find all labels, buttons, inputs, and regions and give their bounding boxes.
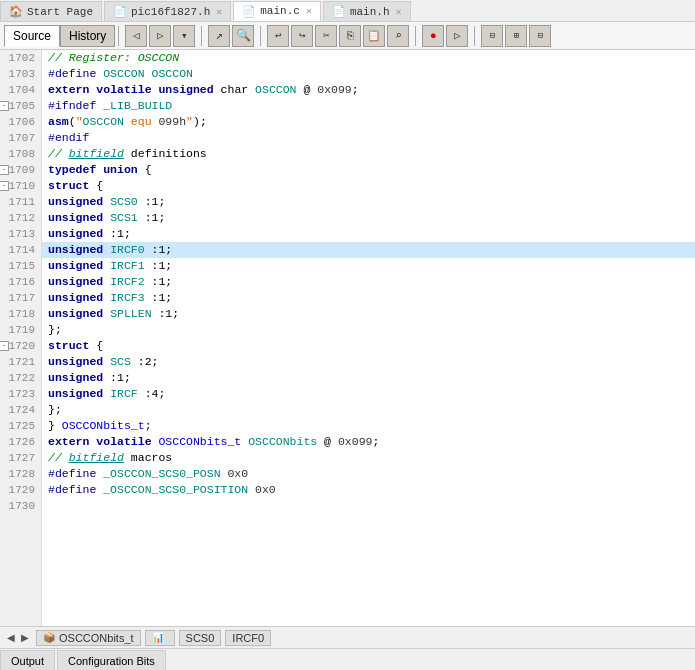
line-num-1725: 1725 [0, 418, 41, 434]
expand-btn-1705[interactable]: - [0, 101, 9, 111]
line-num-1726: 1726 [0, 434, 41, 450]
status-nav-left[interactable]: ◀ [4, 630, 18, 646]
source-button[interactable]: Source [4, 25, 60, 47]
code-line-1729: #define _OSCCON_SCS0_POSITION 0x0 [42, 482, 695, 498]
line-num-1707: 1707 [0, 130, 41, 146]
toolbar-split-btn[interactable]: ⊟ [529, 25, 551, 47]
code-line-1707: #endif [42, 130, 695, 146]
line-num-1729: 1729 [0, 482, 41, 498]
code-line-1712: unsigned SCS1 :1; [42, 210, 695, 226]
toolbar-rows-btn[interactable]: ⊞ [505, 25, 527, 47]
code-line-1710: struct { [42, 178, 695, 194]
toolbar-sep-4 [415, 26, 416, 46]
toolbar-search-btn[interactable]: 🔍 [232, 25, 254, 47]
toolbar-menu-btn[interactable]: ▾ [173, 25, 195, 47]
mainc-icon: 📄 [242, 5, 256, 18]
line-num-1721: 1721 [0, 354, 41, 370]
tab-start-page[interactable]: 🏠 Start Page [0, 1, 102, 21]
code-line-1716: unsigned IRCF2 :1; [42, 274, 695, 290]
osccbits-label: OSCCONbits_t [59, 632, 134, 644]
code-line-1722: unsigned :1; [42, 370, 695, 386]
bottom-tab-output[interactable]: Output [0, 650, 55, 670]
code-line-1704: extern volatile unsigned char OSCCON @ 0… [42, 82, 695, 98]
code-line-1720: struct { [42, 338, 695, 354]
code-line-1724: }; [42, 402, 695, 418]
expand-btn-1709[interactable]: - [0, 165, 9, 175]
status-bar: ◀ ▶ 📦 OSCCONbits_t 📊 SCS0 IRCF0 [0, 626, 695, 648]
status-pill-osccbits[interactable]: 📦 OSCCONbits_t [36, 630, 141, 646]
pic16-icon: 📄 [113, 5, 127, 18]
history-button[interactable]: History [60, 25, 115, 47]
status-pill-scs0[interactable]: SCS0 [179, 630, 222, 646]
tab-start-label: Start Page [27, 6, 93, 18]
code-line-1703: #define OSCCON OSCCON [42, 66, 695, 82]
toolbar-group-4: ● ▷ [421, 25, 469, 47]
code-line-1725: } OSCCONbits_t; [42, 418, 695, 434]
toolbar-forward-btn[interactable]: ▷ [149, 25, 171, 47]
tabs-bar: 🏠 Start Page 📄 pic16f1827.h ✕ 📄 main.c ✕… [0, 0, 695, 22]
bottom-tab-config[interactable]: Configuration Bits [57, 650, 166, 670]
bottom-tabs: Output Configuration Bits [0, 648, 695, 670]
toolbar-copy-btn[interactable]: ⎘ [339, 25, 361, 47]
code-line-1721: unsigned SCS :2; [42, 354, 695, 370]
mainh-icon: 📄 [332, 5, 346, 18]
tab-mainh[interactable]: 📄 main.h ✕ [323, 1, 411, 21]
line-num-1710: -1710 [0, 178, 41, 194]
line-num-1709: -1709 [0, 162, 41, 178]
line-num-1717: 1717 [0, 290, 41, 306]
toolbar-find-btn[interactable]: ⌕ [387, 25, 409, 47]
code-line-1723: unsigned IRCF :4; [42, 386, 695, 402]
line-num-1719: 1719 [0, 322, 41, 338]
status-nav-right[interactable]: ▶ [18, 630, 32, 646]
toolbar-group-2: ↗ 🔍 [207, 25, 255, 47]
line-num-1724: 1724 [0, 402, 41, 418]
code-line-1715: unsigned IRCF1 :1; [42, 258, 695, 274]
line-num-1728: 1728 [0, 466, 41, 482]
toolbar-cut-btn[interactable]: ✂ [315, 25, 337, 47]
code-line-1705: #ifndef _LIB_BUILD [42, 98, 695, 114]
tab-mainh-close[interactable]: ✕ [396, 6, 402, 18]
code-area[interactable]: // Register: OSCCON#define OSCCON OSCCON… [42, 50, 695, 626]
line-num-1713: 1713 [0, 226, 41, 242]
status-pill-chart[interactable]: 📊 [145, 630, 175, 646]
expand-btn-1710[interactable]: - [0, 181, 9, 191]
tab-mainc[interactable]: 📄 main.c ✕ [233, 1, 321, 21]
tab-mainc-label: main.c [260, 5, 300, 17]
toolbar-goto-btn[interactable]: ↗ [208, 25, 230, 47]
toolbar-paste-btn[interactable]: 📋 [363, 25, 385, 47]
expand-btn-1720[interactable]: - [0, 341, 9, 351]
line-num-1704: 1704 [0, 82, 41, 98]
code-line-1728: #define _OSCCON_SCS0_POSN 0x0 [42, 466, 695, 482]
toolbar-bookmark-btn[interactable]: ● [422, 25, 444, 47]
start-page-icon: 🏠 [9, 5, 23, 18]
line-num-1711: 1711 [0, 194, 41, 210]
tab-pic16-label: pic16f1827.h [131, 6, 210, 18]
toolbar-undo-btn[interactable]: ↩ [267, 25, 289, 47]
status-pill-ircf0[interactable]: IRCF0 [225, 630, 271, 646]
line-num-1716: 1716 [0, 274, 41, 290]
toolbar-redo-btn[interactable]: ↪ [291, 25, 313, 47]
chart-icon: 📊 [152, 632, 164, 643]
ircf0-label: IRCF0 [232, 632, 264, 644]
tab-mainc-close[interactable]: ✕ [306, 5, 312, 17]
toolbar-cols-btn[interactable]: ⊟ [481, 25, 503, 47]
toolbar-run-btn[interactable]: ▷ [446, 25, 468, 47]
source-toolbar: Source History ◁ ▷ ▾ ↗ 🔍 ↩ ↪ ✂ ⎘ 📋 ⌕ ● ▷… [0, 22, 695, 50]
line-num-1718: 1718 [0, 306, 41, 322]
code-line-1714: unsigned IRCF0 :1; [42, 242, 695, 258]
line-num-1706: 1706 [0, 114, 41, 130]
toolbar-back-btn[interactable]: ◁ [125, 25, 147, 47]
bottom-tab-output-label: Output [11, 655, 44, 667]
tab-pic16[interactable]: 📄 pic16f1827.h ✕ [104, 1, 231, 21]
toolbar-sep-5 [474, 26, 475, 46]
line-num-1705: -1705 [0, 98, 41, 114]
tab-pic16-close[interactable]: ✕ [216, 6, 222, 18]
tab-mainh-label: main.h [350, 6, 390, 18]
code-line-1717: unsigned IRCF3 :1; [42, 290, 695, 306]
code-line-1709: typedef union { [42, 162, 695, 178]
line-numbers: 170217031704-1705170617071708-1709-17101… [0, 50, 42, 626]
scs0-label: SCS0 [186, 632, 215, 644]
code-line-1713: unsigned :1; [42, 226, 695, 242]
line-num-1714: 1714 [0, 242, 41, 258]
editor-area: 170217031704-1705170617071708-1709-17101… [0, 50, 695, 626]
